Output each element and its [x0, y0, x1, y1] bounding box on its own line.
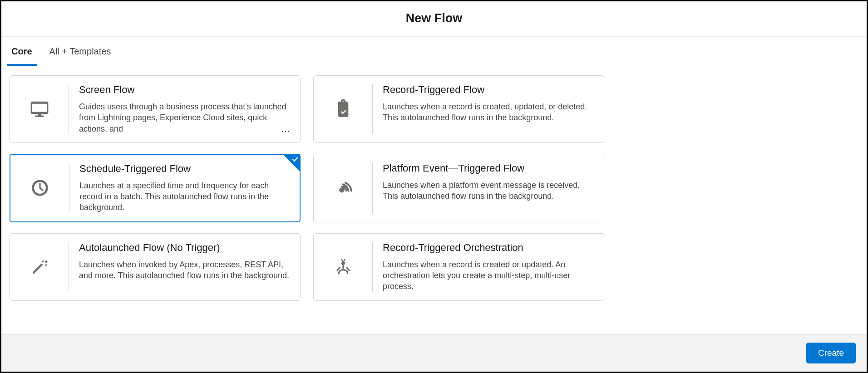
clipboard-icon: [314, 84, 373, 134]
card-title: Screen Flow: [79, 84, 289, 96]
card-title: Schedule-Triggered Flow: [79, 163, 289, 175]
card-record-triggered-orchestration[interactable]: Record-Triggered Orchestration Launches …: [313, 233, 604, 301]
dialog-title: New Flow: [1, 11, 867, 25]
card-text: Record-Triggered Orchestration Launches …: [383, 242, 597, 292]
create-button[interactable]: Create: [806, 343, 856, 363]
wand-icon: [10, 242, 69, 292]
tab-core[interactable]: Core: [7, 38, 37, 66]
card-screen-flow[interactable]: Screen Flow Guides users through a busin…: [10, 75, 301, 143]
card-title: Record-Triggered Orchestration: [383, 242, 593, 254]
card-autolaunched-flow[interactable]: Autolaunched Flow (No Trigger) Launches …: [10, 233, 301, 301]
card-description: Launches when a record is created, updat…: [383, 101, 593, 123]
svg-point-3: [341, 261, 345, 265]
card-text: Record-Triggered Flow Launches when a re…: [383, 84, 597, 134]
card-description: Launches when a record is created or upd…: [383, 259, 593, 292]
screen-icon: [10, 84, 69, 134]
svg-rect-1: [341, 102, 345, 105]
dialog-footer: Create: [1, 334, 867, 372]
svg-rect-0: [339, 104, 347, 116]
flow-type-grid: Screen Flow Guides users through a busin…: [10, 75, 858, 301]
card-text: Screen Flow Guides users through a busin…: [79, 84, 293, 134]
dialog-header: New Flow: [1, 1, 867, 37]
card-text: Schedule-Triggered Flow Launches at a sp…: [79, 163, 292, 213]
card-record-triggered-flow[interactable]: Record-Triggered Flow Launches when a re…: [313, 75, 604, 143]
card-title: Platform Event—Triggered Flow: [383, 162, 593, 174]
card-text: Autolaunched Flow (No Trigger) Launches …: [79, 242, 293, 292]
card-description: Launches when invoked by Apex, processes…: [79, 259, 289, 281]
antenna-icon: [314, 162, 373, 214]
card-description: Launches at a specified time and frequen…: [79, 180, 289, 213]
ellipsis-icon: …: [281, 124, 291, 134]
card-title: Autolaunched Flow (No Trigger): [79, 242, 289, 254]
card-schedule-triggered-flow[interactable]: Schedule-Triggered Flow Launches at a sp…: [10, 154, 301, 222]
clock-icon: [10, 163, 69, 213]
orchestration-icon: [314, 242, 373, 292]
card-title: Record-Triggered Flow: [383, 84, 593, 96]
selected-check-icon: [283, 154, 300, 172]
card-platform-event-triggered-flow[interactable]: Platform Event—Triggered Flow Launches w…: [313, 154, 604, 222]
tab-bar: Core All + Templates: [1, 38, 867, 66]
tab-all-templates[interactable]: All + Templates: [45, 38, 116, 66]
svg-point-2: [339, 188, 344, 193]
content-area: Screen Flow Guides users through a busin…: [1, 66, 867, 334]
card-text: Platform Event—Triggered Flow Launches w…: [383, 162, 597, 214]
card-description: Guides users through a business process …: [79, 101, 289, 134]
card-description: Launches when a platform event message i…: [383, 180, 593, 202]
